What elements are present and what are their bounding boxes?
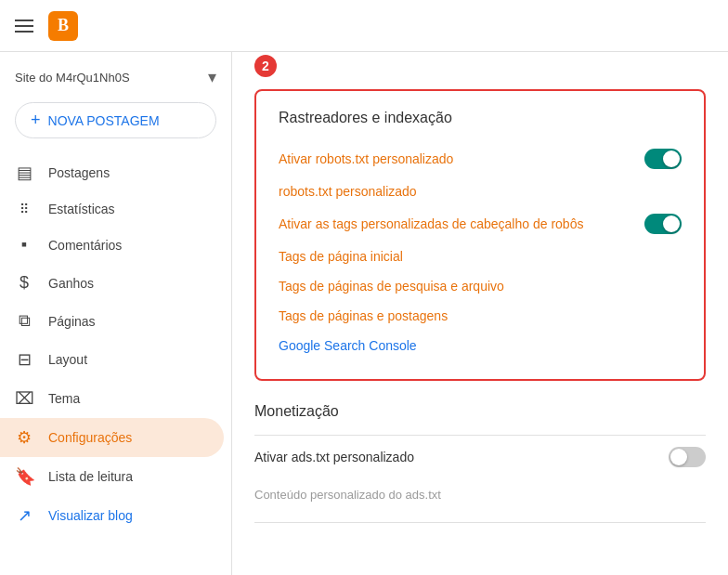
page-post-tags-row: Tags de páginas e postagens xyxy=(279,301,682,331)
nav-list: ▤ Postagens ⠿ Estatísticas ▪ Comentários… xyxy=(0,153,231,535)
robots-txt-link[interactable]: robots.txt personalizado xyxy=(279,184,417,199)
configuracoes-icon: ⚙ xyxy=(15,427,33,448)
homepage-tags-row: Tags de página inicial xyxy=(279,242,682,271)
postagens-icon: ▤ xyxy=(15,163,33,183)
ads-txt-toggle-label: Ativar ads.txt personalizado xyxy=(254,450,414,464)
section-monetizacao: Monetização Ativar ads.txt personalizado… xyxy=(254,403,706,523)
hamburger-menu[interactable] xyxy=(11,16,37,36)
site-selector[interactable]: Site do M4rQu1Nh0S ▾ xyxy=(0,59,231,95)
sidebar-item-visualizar-blog[interactable]: ↗ Visualizar blog xyxy=(0,496,224,535)
search-archive-tags-row: Tags de páginas de pesquisa e arquivo xyxy=(279,271,682,301)
estatisticas-label: Estatísticas xyxy=(48,202,115,216)
robots-txt-toggle-label[interactable]: Ativar robots.txt personalizado xyxy=(279,151,453,166)
sidebar-item-tema[interactable]: ⌧ Tema xyxy=(0,379,224,418)
app-container: B Site do M4rQu1Nh0S ▾ + NOVA POSTAGEM ▤… xyxy=(0,0,728,575)
ads-txt-toggle[interactable] xyxy=(669,447,706,467)
site-name: Site do M4rQu1Nh0S xyxy=(15,71,130,85)
sidebar-item-postagens[interactable]: ▤ Postagens xyxy=(0,153,224,192)
comentarios-label: Comentários xyxy=(48,238,122,253)
section-rastreadores: Rastreadores e indexação Ativar robots.t… xyxy=(254,89,706,381)
plus-icon: + xyxy=(31,111,41,130)
sidebar: Site do M4rQu1Nh0S ▾ + NOVA POSTAGEM ▤ P… xyxy=(0,52,232,575)
ads-txt-content-label: Conteúdo personalizado do ads.txt xyxy=(254,482,441,507)
chevron-down-icon: ▾ xyxy=(208,67,216,87)
sidebar-item-layout[interactable]: ⊟ Layout xyxy=(0,340,224,379)
layout-label: Layout xyxy=(48,352,87,367)
section-rastreadores-title: Rastreadores e indexação xyxy=(279,110,682,126)
postagens-label: Postagens xyxy=(48,165,110,180)
tema-label: Tema xyxy=(48,391,80,406)
sidebar-item-paginas[interactable]: ⧉ Páginas xyxy=(0,302,224,340)
content-area: 2 Rastreadores e indexação Ativar robots… xyxy=(232,52,728,575)
lista-leitura-icon: 🔖 xyxy=(15,466,33,487)
paginas-label: Páginas xyxy=(48,314,96,329)
google-search-console-row: Google Search Console xyxy=(279,331,682,360)
robots-header-toggle[interactable] xyxy=(644,214,682,234)
paginas-icon: ⧉ xyxy=(15,311,33,331)
new-post-label: NOVA POSTAGEM xyxy=(48,113,160,128)
ganhos-icon: $ xyxy=(15,273,33,293)
monetizacao-divider xyxy=(254,522,706,523)
sidebar-item-estatisticas[interactable]: ⠿ Estatísticas xyxy=(0,192,224,226)
tema-icon: ⌧ xyxy=(15,388,33,409)
main-area: Site do M4rQu1Nh0S ▾ + NOVA POSTAGEM ▤ P… xyxy=(0,52,728,575)
visualizar-blog-label: Visualizar blog xyxy=(48,508,133,523)
sidebar-item-ganhos[interactable]: $ Ganhos xyxy=(0,264,224,302)
robots-header-toggle-label[interactable]: Ativar as tags personalizadas de cabeçal… xyxy=(279,216,583,231)
search-archive-tags-link[interactable]: Tags de páginas de pesquisa e arquivo xyxy=(279,279,504,294)
sidebar-item-lista-leitura[interactable]: 🔖 Lista de leitura xyxy=(0,457,224,496)
ads-txt-toggle-row: Ativar ads.txt personalizado xyxy=(254,435,706,475)
sidebar-item-configuracoes[interactable]: ⚙ Configurações ← 1 xyxy=(0,418,224,457)
configuracoes-label: Configurações xyxy=(48,430,132,445)
ganhos-label: Ganhos xyxy=(48,276,94,291)
marker-2: 2 xyxy=(254,55,277,77)
google-search-console-link[interactable]: Google Search Console xyxy=(279,338,417,353)
comentarios-icon: ▪ xyxy=(15,235,33,255)
layout-icon: ⊟ xyxy=(15,349,33,370)
robots-txt-toggle[interactable] xyxy=(644,149,682,169)
blogger-logo: B xyxy=(48,11,78,41)
robots-txt-toggle-row: Ativar robots.txt personalizado xyxy=(279,141,682,176)
robots-header-toggle-row: Ativar as tags personalizadas de cabeçal… xyxy=(279,206,682,242)
new-post-button[interactable]: + NOVA POSTAGEM xyxy=(15,102,216,138)
sidebar-item-comentarios[interactable]: ▪ Comentários xyxy=(0,226,224,264)
page-post-tags-link[interactable]: Tags de páginas e postagens xyxy=(279,308,448,323)
estatisticas-icon: ⠿ xyxy=(15,202,33,216)
robots-txt-link-row: robots.txt personalizado xyxy=(279,176,682,206)
visualizar-blog-icon: ↗ xyxy=(15,505,33,526)
top-bar: B xyxy=(0,0,728,52)
homepage-tags-link[interactable]: Tags de página inicial xyxy=(279,249,403,264)
ads-txt-content-row: Conteúdo personalizado do ads.txt xyxy=(254,475,706,515)
lista-leitura-label: Lista de leitura xyxy=(48,469,133,484)
section-monetizacao-title: Monetização xyxy=(254,403,706,420)
